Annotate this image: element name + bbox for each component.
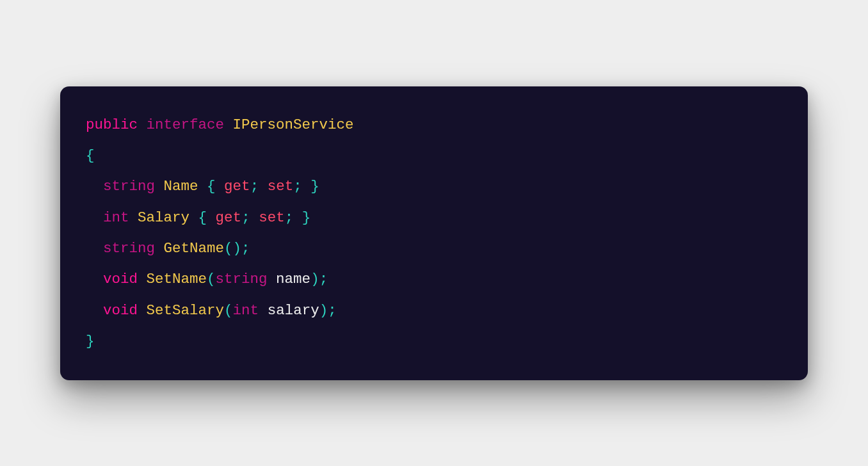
brace-close: } — [86, 333, 95, 349]
keyword-void: void — [103, 271, 138, 287]
type-string: string — [103, 178, 155, 195]
semicolon: ; — [319, 271, 328, 287]
method-getname: GetName — [164, 240, 225, 257]
paren-close: ) — [319, 302, 328, 319]
param-salary: salary — [268, 302, 319, 319]
paren-close: ) — [233, 240, 242, 257]
semicolon: ; — [241, 240, 250, 257]
paren-open: ( — [224, 240, 233, 257]
brace-open: { — [86, 147, 95, 164]
brace-close: } — [310, 178, 319, 195]
semicolon: ; — [250, 178, 259, 195]
keyword-void: void — [103, 302, 138, 319]
semicolon: ; — [285, 209, 294, 226]
prop-salary: Salary — [138, 209, 189, 226]
brace-open: { — [207, 178, 216, 195]
code-card: public interface IPersonService { string… — [60, 86, 808, 380]
paren-close: ) — [310, 271, 319, 287]
method-setsalary: SetSalary — [147, 302, 225, 319]
semicolon: ; — [241, 209, 250, 226]
accessor-set: set — [268, 178, 294, 195]
keyword-interface: interface — [147, 116, 225, 133]
accessor-get: get — [224, 178, 250, 195]
paren-open: ( — [224, 302, 233, 319]
param-type-int: int — [233, 302, 259, 319]
type-int: int — [103, 209, 129, 226]
brace-close: } — [302, 209, 311, 226]
accessor-get: get — [216, 209, 242, 226]
paren-open: ( — [207, 271, 216, 287]
type-string: string — [103, 240, 155, 257]
interface-name: IPersonService — [233, 116, 354, 133]
param-name: name — [276, 271, 310, 287]
semicolon: ; — [328, 302, 337, 319]
accessor-set: set — [259, 209, 285, 226]
brace-open: { — [198, 209, 207, 226]
code-block: public interface IPersonService { string… — [86, 109, 782, 357]
prop-name: Name — [164, 178, 198, 195]
method-setname: SetName — [147, 271, 207, 287]
keyword-public: public — [86, 116, 138, 133]
semicolon: ; — [293, 178, 302, 195]
param-type-string: string — [216, 271, 268, 287]
